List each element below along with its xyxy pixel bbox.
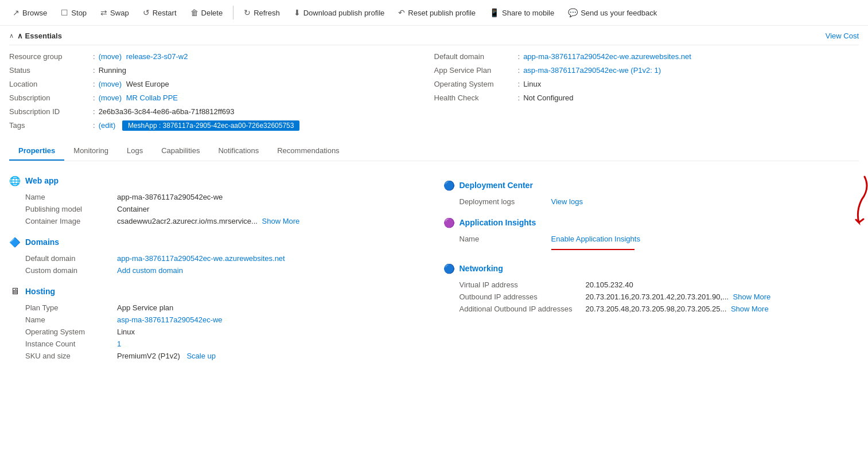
properties-left-col: 🌐 Web app Name app-ma-3876117a290542ec-w… xyxy=(9,166,425,362)
hosting-name-link[interactable]: asp-ma-3876117a290542ec-we xyxy=(117,315,223,324)
tag-badge: MeshApp : 3876117a-2905-42ec-aa00-726e32… xyxy=(122,120,300,131)
deployment-center-section: 🔵 Deployment Center Deployment logs View… xyxy=(443,180,859,208)
networking-icon: 🔵 xyxy=(443,263,455,274)
web-app-title: Web app xyxy=(25,176,59,185)
view-cost-link[interactable]: View Cost xyxy=(826,32,859,40)
subscription-label: Subscription xyxy=(9,93,89,102)
operating-system-row: Operating System : Linux xyxy=(434,79,859,91)
virtual-ip-value: 20.105.232.40 xyxy=(586,280,633,289)
properties-grid: 🌐 Web app Name app-ma-3876117a290542ec-w… xyxy=(9,161,859,362)
feedback-button[interactable]: 💬 Send us your feedback xyxy=(562,5,663,21)
refresh-button[interactable]: ↻ Refresh xyxy=(238,5,286,21)
subscription-link[interactable]: MR Collab PPE xyxy=(126,93,178,102)
container-image-value: csadewwu2acr2.azurecr.io/ms.mrservice...… xyxy=(117,217,299,225)
health-check-row: Health Check : Not Configured xyxy=(434,92,859,105)
enable-app-insights-link[interactable]: Enable Application Insights xyxy=(551,235,640,243)
hosting-os-row: Operating System Linux xyxy=(9,326,425,338)
main-content: ∧ ∧ Essentials View Cost Resource group … xyxy=(0,26,868,371)
operating-system-label: Operating System xyxy=(434,80,515,88)
tab-recommendations[interactable]: Recommendations xyxy=(268,142,348,161)
deployment-center-header: 🔵 Deployment Center xyxy=(443,180,859,191)
hosting-os-label: Operating System xyxy=(25,328,117,336)
swap-button[interactable]: ⇄ Swap xyxy=(95,5,135,21)
outbound-show-more-link[interactable]: Show More xyxy=(733,293,771,301)
resource-group-label: Resource group xyxy=(9,52,89,61)
domains-custom-label: Custom domain xyxy=(25,266,117,275)
subscription-value: (move) MR Collab PPE xyxy=(99,93,178,102)
status-row: Status : Running xyxy=(9,65,434,77)
resource-group-row: Resource group : (move) release-23-s07-w… xyxy=(9,51,434,64)
web-app-icon: 🌐 xyxy=(9,175,21,186)
essentials-grid: Resource group : (move) release-23-s07-w… xyxy=(9,51,859,132)
tab-properties[interactable]: Properties xyxy=(9,142,64,161)
domains-default-link[interactable]: app-ma-3876117a290542ec-we.azurewebsites… xyxy=(117,254,285,263)
networking-section: 🔵 Networking Virtual IP address 20.105.2… xyxy=(443,263,859,315)
virtual-ip-label: Virtual IP address xyxy=(460,280,586,289)
domains-section: 🔷 Domains Default domain app-ma-3876117a… xyxy=(9,236,425,276)
toolbar: ↗ Browse ☐ Stop ⇄ Swap ↺ Restart 🗑 Delet… xyxy=(0,0,868,26)
hosting-section: 🖥 Hosting Plan Type App Service plan Nam… xyxy=(9,286,425,362)
tab-monitoring[interactable]: Monitoring xyxy=(64,142,118,161)
domains-custom-row: Custom domain Add custom domain xyxy=(9,264,425,276)
outbound-ip-label: Outbound IP addresses xyxy=(460,293,586,301)
essentials-toggle[interactable]: ∧ ∧ Essentials xyxy=(9,32,62,40)
toolbar-separator xyxy=(233,6,233,20)
container-image-label: Container Image xyxy=(25,217,117,225)
app-service-plan-link[interactable]: asp-ma-3876117a290542ec-we (P1v2: 1) xyxy=(523,66,661,75)
app-service-plan-value: asp-ma-3876117a290542ec-we (P1v2: 1) xyxy=(523,66,661,75)
tags-edit-link[interactable]: (edit) xyxy=(99,121,116,130)
tab-logs[interactable]: Logs xyxy=(118,142,152,161)
scale-up-link[interactable]: Scale up xyxy=(186,352,216,360)
publishing-model-label: Publishing model xyxy=(25,205,117,213)
additional-show-more-link[interactable]: Show More xyxy=(731,305,769,313)
location-row: Location : (move) West Europe xyxy=(9,79,434,91)
app-insights-icon: 🟣 xyxy=(443,217,455,228)
stop-button[interactable]: ☐ Stop xyxy=(55,5,92,21)
download-publish-button[interactable]: ⬇ Download publish profile xyxy=(288,5,391,21)
tab-notifications[interactable]: Notifications xyxy=(209,142,268,161)
subscription-move-link[interactable]: (move) xyxy=(99,93,122,102)
app-insights-name-row: Name Enable Application Insights xyxy=(443,233,859,254)
app-service-plan-label: App Service Plan xyxy=(434,66,515,75)
domains-section-header: 🔷 Domains xyxy=(9,236,425,248)
location-move-link[interactable]: (move) xyxy=(99,80,122,88)
hosting-instance-row: Instance Count 1 xyxy=(9,338,425,350)
networking-header: 🔵 Networking xyxy=(443,263,859,274)
default-domain-link[interactable]: app-ma-3876117a290542ec-we.azurewebsites… xyxy=(523,52,691,61)
resource-group-link[interactable]: release-23-s07-w2 xyxy=(126,52,188,61)
tab-capabilities[interactable]: Capabilities xyxy=(152,142,209,161)
additional-outbound-row: Additional Outbound IP addresses 20.73.2… xyxy=(443,303,859,315)
essentials-left: Resource group : (move) release-23-s07-w… xyxy=(9,51,434,132)
hosting-instance-link[interactable]: 1 xyxy=(117,340,121,348)
delete-button[interactable]: 🗑 Delete xyxy=(185,5,229,21)
webapp-name-label: Name xyxy=(25,193,117,201)
share-mobile-button[interactable]: 📱 Share to mobile xyxy=(484,5,560,21)
reset-publish-button[interactable]: ↶ Reset publish profile xyxy=(392,5,481,21)
outbound-ip-row: Outbound IP addresses 20.73.201.16,20.73… xyxy=(443,291,859,303)
restart-button[interactable]: ↺ Restart xyxy=(137,5,182,21)
deployment-center-title: Deployment Center xyxy=(460,181,533,190)
webapp-publishing-row: Publishing model Container xyxy=(9,203,425,215)
tags-row: Tags : (edit) MeshApp : 3876117a-2905-42… xyxy=(9,120,434,132)
share-mobile-icon: 📱 xyxy=(489,8,499,17)
hosting-instance-label: Instance Count xyxy=(25,340,117,348)
web-app-section: 🌐 Web app Name app-ma-3876117a290542ec-w… xyxy=(9,175,425,227)
browse-button[interactable]: ↗ Browse xyxy=(7,5,53,21)
status-label: Status xyxy=(9,66,89,75)
add-custom-domain-link[interactable]: Add custom domain xyxy=(117,266,183,275)
container-show-more-link[interactable]: Show More xyxy=(262,217,300,225)
health-check-value: Not Configured xyxy=(523,93,573,102)
resource-group-value: (move) release-23-s07-w2 xyxy=(99,52,188,61)
hosting-sku-label: SKU and size xyxy=(25,352,117,360)
operating-system-value: Linux xyxy=(523,80,541,88)
view-logs-link[interactable]: View logs xyxy=(551,197,583,206)
app-service-plan-row: App Service Plan : asp-ma-3876117a290542… xyxy=(434,65,859,77)
swap-icon: ⇄ xyxy=(100,8,107,17)
subscription-id-value: 2e6b3a36-3c84-4e86-a6ba-71f8812ff693 xyxy=(99,107,235,116)
resource-group-move-link[interactable]: (move) xyxy=(99,52,122,61)
default-domain-value: app-ma-3876117a290542ec-we.azurewebsites… xyxy=(523,52,691,61)
delete-icon: 🗑 xyxy=(190,8,198,17)
domains-default-row: Default domain app-ma-3876117a290542ec-w… xyxy=(9,252,425,264)
deployment-logs-label: Deployment logs xyxy=(460,197,551,206)
stop-icon: ☐ xyxy=(61,8,68,17)
